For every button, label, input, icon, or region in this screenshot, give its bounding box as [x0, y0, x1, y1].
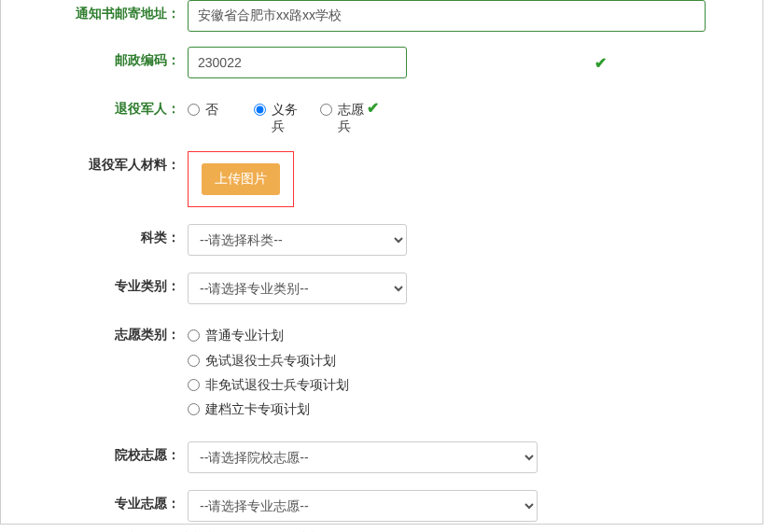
- check-icon: ✔: [367, 99, 379, 117]
- row-address: 通知书邮寄地址： ✔: [1, 0, 762, 32]
- veteran-option-volunteer[interactable]: 志愿兵: [320, 101, 368, 134]
- radio-no[interactable]: [188, 104, 200, 116]
- radio-app4[interactable]: [188, 403, 200, 415]
- radio-label-app3: 非免试退役士兵专项计划: [205, 376, 349, 393]
- veteran-option-compulsory[interactable]: 义务兵: [254, 101, 301, 134]
- radio-compulsory[interactable]: [254, 104, 266, 116]
- row-postcode: 邮政编码： ✔: [1, 47, 762, 78]
- radio-app1[interactable]: [188, 329, 200, 342]
- application-option-3[interactable]: 非免试退役士兵专项计划: [188, 376, 349, 393]
- wrap-veteran-material: 上传图片: [188, 151, 762, 207]
- label-application-category: 志愿类别：: [1, 321, 188, 343]
- row-major-choice: 专业志愿： --请选择专业志愿--: [1, 490, 762, 522]
- radio-volunteer[interactable]: [320, 104, 332, 116]
- wrap-veteran: 否 义务兵 志愿兵 ✔: [188, 95, 762, 134]
- veteran-radio-group: 否 义务兵 志愿兵: [188, 95, 386, 134]
- wrap-address: ✔: [188, 0, 762, 32]
- postcode-input[interactable]: [188, 47, 407, 78]
- veteran-option-no[interactable]: 否: [188, 101, 235, 118]
- radio-app2[interactable]: [188, 355, 200, 367]
- wrap-major-category: --请选择专业类别--: [188, 273, 762, 304]
- address-input[interactable]: [188, 0, 706, 32]
- application-option-2[interactable]: 免试退役士兵专项计划: [188, 352, 349, 369]
- application-option-4[interactable]: 建档立卡专项计划: [188, 400, 349, 417]
- row-major-category: 专业类别： --请选择专业类别--: [1, 273, 762, 304]
- upload-section: 上传图片: [188, 151, 294, 207]
- label-veteran-material: 退役军人材料：: [1, 151, 188, 174]
- form-container: 通知书邮寄地址： ✔ 邮政编码： ✔ 退役军人： 否 义务兵: [0, 0, 763, 525]
- label-major-choice: 专业志愿：: [1, 490, 188, 512]
- label-postcode: 邮政编码：: [1, 47, 188, 69]
- wrap-postcode: ✔: [188, 47, 762, 78]
- label-major-category: 专业类别：: [1, 273, 188, 295]
- major-category-select[interactable]: --请选择专业类别--: [188, 273, 407, 304]
- check-icon: ✔: [594, 54, 607, 72]
- row-school-choice: 院校志愿： --请选择院校志愿--: [1, 441, 762, 473]
- school-choice-select[interactable]: --请选择院校志愿--: [188, 441, 538, 473]
- label-address: 通知书邮寄地址：: [1, 0, 188, 22]
- radio-label-no: 否: [205, 101, 235, 118]
- major-choice-select[interactable]: --请选择专业志愿--: [188, 490, 538, 522]
- wrap-school-choice: --请选择院校志愿--: [188, 441, 762, 473]
- row-subject: 科类： --请选择科类--: [1, 224, 762, 256]
- label-subject: 科类：: [1, 224, 188, 246]
- row-application-category: 志愿类别： 普通专业计划 免试退役士兵专项计划 非免试退役士兵专项计划 建档立卡…: [1, 321, 762, 425]
- row-veteran-material: 退役军人材料： 上传图片: [1, 151, 762, 207]
- radio-label-app2: 免试退役士兵专项计划: [205, 352, 336, 369]
- wrap-major-choice: --请选择专业志愿--: [188, 490, 762, 522]
- wrap-subject: --请选择科类--: [188, 224, 762, 256]
- radio-label-compulsory: 义务兵: [272, 101, 301, 134]
- subject-select[interactable]: --请选择科类--: [188, 224, 407, 256]
- wrap-application-category: 普通专业计划 免试退役士兵专项计划 非免试退役士兵专项计划 建档立卡专项计划: [188, 321, 762, 425]
- application-option-1[interactable]: 普通专业计划: [188, 327, 349, 343]
- upload-button[interactable]: 上传图片: [202, 163, 280, 195]
- radio-app3[interactable]: [188, 379, 200, 391]
- row-veteran: 退役军人： 否 义务兵 志愿兵 ✔: [1, 95, 762, 134]
- application-radio-group: 普通专业计划 免试退役士兵专项计划 非免试退役士兵专项计划 建档立卡专项计划: [188, 321, 368, 425]
- label-veteran: 退役军人：: [1, 95, 188, 118]
- label-school-choice: 院校志愿：: [1, 441, 188, 464]
- radio-label-volunteer: 志愿兵: [338, 101, 368, 134]
- radio-label-app1: 普通专业计划: [205, 327, 284, 343]
- radio-label-app4: 建档立卡专项计划: [205, 400, 310, 417]
